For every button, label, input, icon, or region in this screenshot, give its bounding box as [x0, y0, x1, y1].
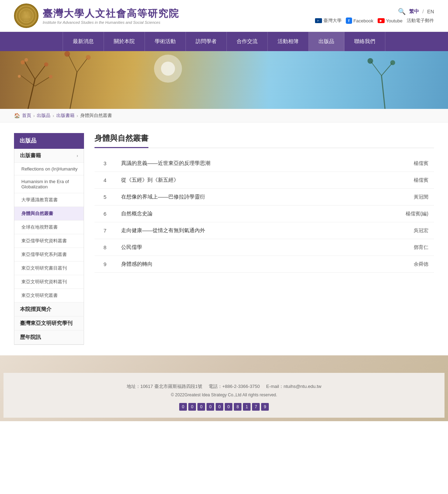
nav-item-學術活動[interactable]: 學術活動: [145, 32, 186, 51]
sidebar-child-大學通識教育叢書[interactable]: 大學通識教育叢書: [14, 193, 84, 207]
counter-digit: 7: [252, 403, 260, 411]
row-title[interactable]: 從《五經》到《新五經》: [115, 172, 382, 189]
ntu-label: 臺灣大學: [323, 18, 342, 24]
breadcrumb-sep-1: ›: [33, 113, 35, 118]
row-title[interactable]: 身體感的轉向: [115, 256, 382, 273]
nav-item-關於本院[interactable]: 關於本院: [104, 32, 145, 51]
svg-point-13: [21, 60, 25, 64]
sidebar-section-臺灣東亞文明研究學刊[interactable]: 臺灣東亞文明研究學刊: [14, 316, 84, 331]
sidebar-menu: 出版書籍›Reflections on (In)HumanityHumanism…: [14, 149, 84, 345]
row-author: 黃冠閔: [382, 189, 434, 206]
footer: 地址：10617 臺北市羅斯福路四段1號 電話：+886-2-3366-3750…: [0, 355, 448, 421]
svg-point-14: [24, 58, 28, 62]
table-row: 3 異議的意義——近世東亞的反理學思潮 楊儒賓: [94, 155, 434, 172]
sidebar-section-歷年院訊[interactable]: 歷年院訊: [14, 331, 84, 345]
breadcrumb-current: 身體與自然叢書: [80, 112, 112, 119]
sidebar-child-全球在地視野叢書[interactable]: 全球在地視野叢書: [14, 221, 84, 234]
row-title[interactable]: 公民儒學: [115, 239, 382, 256]
svg-text:臺大: 臺大: [23, 11, 29, 14]
nav-item-出版品[interactable]: 出版品: [309, 32, 344, 51]
svg-point-17: [49, 75, 52, 78]
sidebar-child-東亞文明研究叢書[interactable]: 東亞文明研究叢書: [14, 289, 84, 302]
lang-en[interactable]: EN: [427, 9, 434, 14]
search-button[interactable]: 🔍: [398, 8, 406, 15]
email-label: 活動電子郵件: [407, 18, 434, 24]
youtube-label: Youtube: [386, 18, 402, 23]
page-title: 身體與自然叢書: [94, 133, 434, 148]
row-author: 余舜德: [382, 256, 434, 273]
table-row: 5 在想像的界域上——巴修拉詩學靈衍 黃冠閔: [94, 189, 434, 206]
header: 臺大 人文社會 研究院 臺灣大學人文社會高等研究院 Institute for …: [0, 0, 448, 32]
nav-item-活動相簿[interactable]: 活動相簿: [268, 32, 309, 51]
breadcrumb-sep-3: ›: [77, 113, 78, 118]
youtube-link[interactable]: ▶ Youtube: [378, 18, 402, 23]
sidebar-header: 出版品: [14, 133, 84, 149]
youtube-icon: ▶: [378, 18, 385, 23]
email-link[interactable]: 活動電子郵件: [407, 18, 434, 24]
row-title[interactable]: 自然概念史論: [115, 206, 382, 222]
breadcrumb-level1[interactable]: 出版品: [37, 112, 50, 119]
svg-rect-5: [0, 51, 448, 109]
facebook-link[interactable]: f Facebook: [346, 18, 373, 24]
sidebar-child-身體與自然叢書[interactable]: 身體與自然叢書: [14, 207, 84, 221]
svg-point-21: [64, 51, 70, 57]
table-row: 6 自然概念史論 楊儒賓(編): [94, 206, 434, 222]
counter-digit: 0: [225, 403, 232, 411]
sidebar-child-Humanism in the Era of Globalization[interactable]: Humanism in the Era of Globalization: [14, 175, 84, 193]
nav-item-最新消息[interactable]: 最新消息: [63, 32, 104, 51]
row-number: 5: [94, 189, 115, 206]
row-author: 楊儒賓: [382, 172, 434, 189]
content-area: 身體與自然叢書 3 異議的意義——近世東亞的反理學思潮 楊儒賓 4 從《五經》到…: [94, 133, 434, 345]
main-nav: 最新消息關於本院學術活動訪問學者合作交流活動相簿出版品聯絡我們: [0, 32, 448, 51]
svg-point-7: [161, 62, 175, 76]
sidebar-section-出版書籍[interactable]: 出版書籍›: [14, 149, 84, 163]
sidebar-section-本院摺頁簡介[interactable]: 本院摺頁簡介: [14, 302, 84, 316]
row-author: 楊儒賓(編): [382, 206, 434, 222]
nav-item-合作交流[interactable]: 合作交流: [227, 32, 268, 51]
page-title-bar: 身體與自然叢書: [94, 133, 434, 148]
table-row: 9 身體感的轉向 余舜德: [94, 256, 434, 273]
breadcrumb-home[interactable]: 首頁: [22, 112, 31, 119]
chevron-icon: ›: [77, 153, 78, 158]
footer-content: 地址：10617 臺北市羅斯福路四段1號 電話：+886-2-3366-3750…: [4, 373, 444, 418]
counter-digit: 8: [234, 403, 241, 411]
facebook-label: Facebook: [354, 18, 373, 23]
sidebar-child-東亞文明研究資料叢刊[interactable]: 東亞文明研究資料叢刊: [14, 275, 84, 289]
footer-info-line: 地址：10617 臺北市羅斯福路四段1號 電話：+886-2-3366-3750…: [18, 383, 430, 390]
row-number: 6: [94, 206, 115, 222]
header-right: 🔍 繁中 / EN 🏳 臺灣大學 f Facebook ▶ Youtube 活動…: [315, 8, 434, 24]
logo-emblem: 臺大 人文社會 研究院: [14, 4, 38, 28]
counter-digit: 0: [216, 403, 223, 411]
ntu-link[interactable]: 🏳 臺灣大學: [315, 18, 342, 24]
facebook-icon: f: [346, 18, 352, 24]
hero-banner: [0, 51, 448, 109]
sidebar: 出版品 出版書籍›Reflections on (In)HumanityHuma…: [14, 133, 84, 345]
table-row: 4 從《五經》到《新五經》 楊儒賓: [94, 172, 434, 189]
logo-area: 臺大 人文社會 研究院 臺灣大學人文社會高等研究院 Institute for …: [14, 4, 179, 28]
footer-counter: 0000008179: [18, 403, 430, 411]
page-title-text: 身體與自然叢書: [94, 133, 148, 148]
sidebar-child-東亞儒學研究系列叢書[interactable]: 東亞儒學研究系列叢書: [14, 248, 84, 262]
row-title[interactable]: 走向健康——從情之有無到氣通內外: [115, 222, 382, 239]
counter-digit: 0: [179, 403, 187, 411]
sidebar-child-東亞文明研究書目叢刊[interactable]: 東亞文明研究書目叢刊: [14, 262, 84, 275]
row-number: 3: [94, 155, 115, 172]
footer-email: E-mail：ntuihs@ntu.edu.tw: [266, 384, 321, 389]
content-table: 3 異議的意義——近世東亞的反理學思潮 楊儒賓 4 從《五經》到《新五經》 楊儒…: [94, 155, 434, 273]
row-title[interactable]: 異議的意義——近世東亞的反理學思潮: [115, 155, 382, 172]
nav-item-訪問學者[interactable]: 訪問學者: [186, 32, 227, 51]
breadcrumb-level2[interactable]: 出版書籍: [56, 112, 75, 119]
svg-point-15: [44, 62, 48, 67]
sidebar-child-Reflections on (In)Humanity[interactable]: Reflections on (In)Humanity: [14, 163, 84, 175]
footer-copyright: © 2022Greatest Idea Strategy Co.,Ltd All…: [18, 392, 430, 397]
nav-item-聯絡我們[interactable]: 聯絡我們: [344, 32, 385, 51]
social-area: 🏳 臺灣大學 f Facebook ▶ Youtube 活動電子郵件: [315, 18, 434, 24]
row-number: 9: [94, 256, 115, 273]
row-title[interactable]: 在想像的界域上——巴修拉詩學靈衍: [115, 189, 382, 206]
counter-digit: 9: [261, 403, 269, 411]
home-icon: 🏠: [14, 113, 20, 118]
lang-zh[interactable]: 繁中: [409, 8, 419, 15]
sidebar-child-東亞儒學研究資料叢書[interactable]: 東亞儒學研究資料叢書: [14, 234, 84, 248]
counter-digit: 0: [188, 403, 196, 411]
row-number: 8: [94, 239, 115, 256]
